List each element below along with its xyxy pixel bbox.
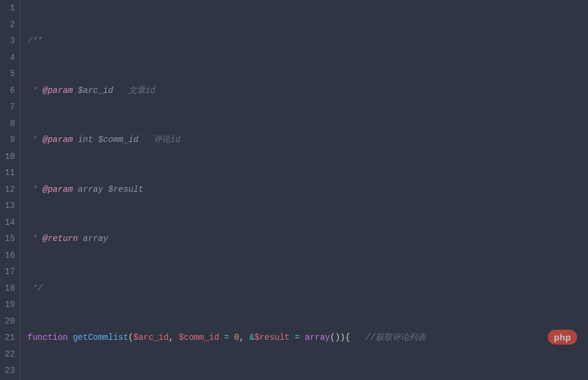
code-line: * @param array $result: [28, 182, 588, 198]
line-number: 23: [5, 363, 15, 379]
line-number: 10: [5, 149, 15, 165]
line-number: 17: [5, 264, 15, 281]
code-line: */: [28, 281, 588, 297]
line-number: 2: [5, 17, 15, 34]
code-line: function getCommlist($arc_id, $comm_id =…: [28, 330, 588, 346]
code-line: /**: [28, 33, 588, 50]
watermark-badge: php: [518, 313, 577, 364]
code-line: * @param $arc_id 文章id: [28, 83, 588, 99]
watermark-text: php: [548, 330, 577, 345]
line-number: 19: [5, 297, 15, 313]
line-number: 22: [5, 346, 15, 363]
code-line: * @param int $comm_id 评论id: [28, 132, 588, 149]
line-number: 15: [5, 231, 15, 248]
line-number: 9: [5, 132, 15, 149]
code-area[interactable]: /** * @param $arc_id 文章id * @param int $…: [20, 0, 588, 380]
line-number: 20: [5, 313, 15, 330]
line-number: 6: [5, 83, 15, 99]
line-number: 13: [5, 198, 15, 215]
line-number: 3: [5, 33, 15, 50]
line-number: 18: [5, 281, 15, 297]
line-number: 4: [5, 50, 15, 67]
line-number: 16: [5, 248, 15, 264]
line-number: 7: [5, 99, 15, 116]
line-number-gutter: 1 2 3 4 5 6 7 8 9 10 11 12 13 14 15 16 1…: [0, 0, 20, 380]
line-number: 12: [5, 182, 15, 198]
line-number: 14: [5, 215, 15, 231]
line-number: 11: [5, 165, 15, 182]
code-editor: 1 2 3 4 5 6 7 8 9 10 11 12 13 14 15 16 1…: [0, 0, 588, 380]
code-line: * @return array: [28, 231, 588, 248]
line-number: 5: [5, 66, 15, 83]
line-number: 1: [5, 0, 15, 17]
line-number: 8: [5, 116, 15, 132]
line-number: 21: [5, 330, 15, 346]
